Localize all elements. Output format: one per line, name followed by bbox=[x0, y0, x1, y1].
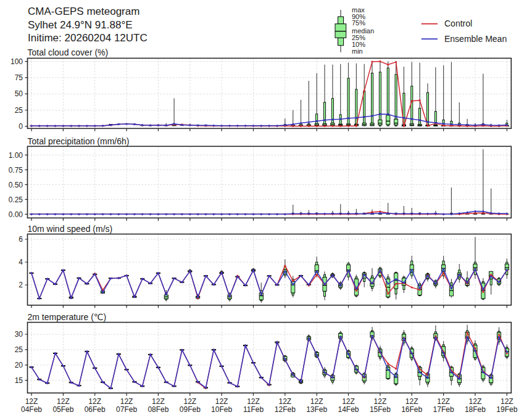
svg-text:2: 2 bbox=[19, 281, 23, 289]
svg-text:25: 25 bbox=[15, 106, 23, 115]
svg-text:12Z: 12Z bbox=[405, 397, 418, 406]
svg-text:06Feb: 06Feb bbox=[85, 405, 106, 414]
svg-text:0.75: 0.75 bbox=[9, 166, 23, 175]
svg-text:12Z: 12Z bbox=[120, 397, 133, 406]
svg-text:12Z: 12Z bbox=[501, 397, 514, 406]
svg-text:17Feb: 17Feb bbox=[433, 405, 454, 414]
svg-text:12Z: 12Z bbox=[374, 397, 387, 406]
svg-text:0.00: 0.00 bbox=[9, 210, 23, 219]
svg-text:12Z: 12Z bbox=[310, 397, 323, 406]
svg-text:25: 25 bbox=[15, 345, 23, 354]
svg-text:20: 20 bbox=[15, 361, 23, 369]
svg-text:12Z: 12Z bbox=[437, 397, 450, 406]
svg-text:12Z: 12Z bbox=[183, 397, 196, 406]
svg-text:1.00: 1.00 bbox=[9, 151, 23, 160]
svg-text:Ensemble Mean: Ensemble Mean bbox=[444, 34, 507, 44]
svg-text:10Feb: 10Feb bbox=[211, 405, 232, 414]
svg-text:2m temperature (℃): 2m temperature (℃) bbox=[28, 312, 107, 322]
svg-text:min: min bbox=[352, 47, 363, 55]
svg-text:10%: 10% bbox=[352, 41, 365, 48]
svg-text:Total cloud cover (%): Total cloud cover (%) bbox=[28, 47, 109, 57]
svg-text:15Feb: 15Feb bbox=[370, 405, 391, 414]
svg-text:10m wind speed (m/s): 10m wind speed (m/s) bbox=[28, 224, 113, 234]
svg-text:08Feb: 08Feb bbox=[148, 405, 168, 414]
svg-text:100: 100 bbox=[10, 57, 23, 66]
svg-text:12Z: 12Z bbox=[152, 397, 165, 406]
svg-text:19Feb: 19Feb bbox=[496, 405, 517, 414]
svg-text:25%: 25% bbox=[352, 34, 365, 41]
svg-text:07Feb: 07Feb bbox=[116, 405, 137, 414]
svg-text:11Feb: 11Feb bbox=[243, 405, 264, 414]
svg-text:09Feb: 09Feb bbox=[180, 405, 201, 414]
svg-text:CMA-GEPS meteogram: CMA-GEPS meteogram bbox=[28, 6, 139, 17]
svg-text:14Feb: 14Feb bbox=[338, 405, 359, 414]
svg-text:12Z: 12Z bbox=[247, 397, 260, 406]
svg-text:15: 15 bbox=[15, 376, 23, 385]
svg-text:75%: 75% bbox=[352, 19, 365, 27]
svg-text:16Feb: 16Feb bbox=[401, 405, 422, 414]
svg-text:12Z: 12Z bbox=[342, 397, 355, 406]
svg-text:12Z: 12Z bbox=[57, 397, 70, 406]
svg-text:Total precipitation (mm/6h): Total precipitation (mm/6h) bbox=[28, 136, 130, 146]
svg-text:12Z: 12Z bbox=[215, 397, 228, 406]
svg-text:12Feb: 12Feb bbox=[275, 405, 296, 414]
svg-text:05Feb: 05Feb bbox=[52, 405, 73, 414]
svg-text:4: 4 bbox=[19, 258, 23, 266]
svg-text:Sylhet 24.9°N 91.88°E: Sylhet 24.9°N 91.88°E bbox=[28, 19, 133, 31]
svg-text:0.50: 0.50 bbox=[9, 181, 23, 189]
svg-text:04Feb: 04Feb bbox=[21, 405, 42, 414]
svg-text:Control: Control bbox=[444, 19, 472, 28]
svg-text:13Feb: 13Feb bbox=[306, 405, 327, 414]
svg-text:12Z: 12Z bbox=[25, 397, 38, 406]
svg-text:50: 50 bbox=[15, 89, 23, 98]
svg-text:0: 0 bbox=[19, 122, 23, 131]
svg-text:30: 30 bbox=[15, 330, 23, 339]
svg-text:18Feb: 18Feb bbox=[465, 405, 486, 414]
svg-text:Initime: 20260204 12UTC: Initime: 20260204 12UTC bbox=[28, 32, 148, 44]
svg-text:12Z: 12Z bbox=[469, 397, 482, 406]
svg-text:0.25: 0.25 bbox=[9, 196, 23, 204]
svg-text:12Z: 12Z bbox=[278, 397, 291, 406]
svg-text:12Z: 12Z bbox=[88, 397, 101, 406]
svg-text:6: 6 bbox=[19, 235, 23, 244]
svg-text:75: 75 bbox=[15, 73, 23, 82]
